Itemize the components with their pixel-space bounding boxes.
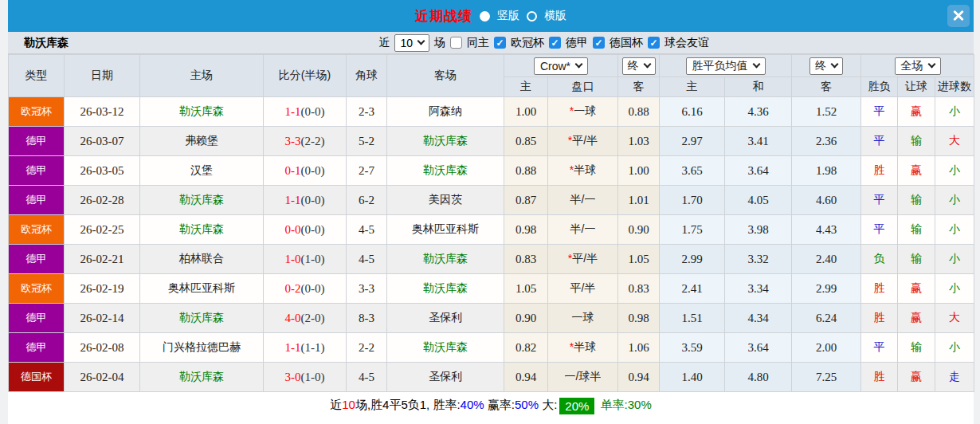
match-row: 德甲 26-02-28 勒沃库森 1-1(0-0) 6-2 美因茨 0.87 半… [9, 186, 974, 215]
away-odds: 1.01 [618, 186, 660, 215]
goals-result: 大 [935, 127, 974, 156]
match-date: 26-02-28 [65, 186, 140, 215]
corner-count: 8-3 [347, 304, 387, 333]
avg-state-select-cell: 终 [792, 55, 861, 77]
match-row: 欧冠杯 26-03-12 勒沃库森 1-1(0-0) 2-3 阿森纳 1.00 … [9, 97, 974, 127]
summary-segment: 30% [628, 398, 652, 411]
corner-count: 2-3 [347, 97, 387, 127]
handicap-cell: 半/一 [548, 186, 618, 215]
league-type-badge: 德甲 [9, 186, 65, 215]
summary-segment: 50% [515, 398, 539, 411]
league-checkbox-ucl[interactable]: ✓ [494, 37, 506, 49]
handicap-cell: *平/半 [548, 245, 618, 274]
handicap-result: 输 [898, 186, 935, 215]
odds-state-select[interactable]: 终 [622, 57, 656, 75]
win-draw-loss-result: 负 [861, 245, 898, 274]
score-cell: 1-0(1-0) [264, 245, 347, 274]
match-row: 德国杯 26-02-04 勒沃库森 3-0(1-0) 4-5 圣保利 0.94 … [9, 363, 974, 392]
games-label: 场 [434, 36, 445, 50]
page-title: 近期战绩 [415, 7, 472, 26]
win-draw-loss-result: 平 [861, 333, 898, 363]
col-header-away: 客场 [387, 55, 504, 97]
vertical-view-radio[interactable] [480, 11, 490, 22]
match-count-select[interactable]: 10 [394, 34, 429, 52]
away-odds: 1.00 [618, 156, 660, 186]
col-header-home: 主场 [140, 55, 264, 97]
avg-select[interactable]: 胜平负均值 [686, 57, 766, 75]
handicap-result: 输 [898, 215, 935, 245]
col-header-jq: 进球数 [935, 77, 974, 97]
bookmaker-select[interactable]: Crow* [534, 57, 588, 75]
half-score: (0-0) [301, 282, 325, 295]
vertical-view-label[interactable]: 竖版 [497, 9, 519, 23]
match-row: 德甲 26-02-08 门兴格拉德巴赫 1-1(1-1) 2-2 勒沃库森 0.… [9, 333, 974, 363]
avg-state-select[interactable]: 终 [809, 57, 843, 75]
away-odds: 1.06 [618, 333, 660, 363]
half-score: (2-0) [301, 312, 325, 324]
goals-result: 小 [935, 97, 974, 127]
avg-away-odds: 2.40 [792, 245, 861, 274]
summary-segment: 10 [342, 398, 355, 411]
league-type-badge: 德甲 [9, 127, 65, 156]
away-team: 勒沃库森 [387, 333, 504, 363]
league-checkbox-bundesliga[interactable]: ✓ [549, 37, 561, 49]
score-cell: 1-1(0-0) [264, 186, 347, 215]
match-date: 26-02-14 [65, 304, 140, 333]
league-label-ucl: 欧冠杯 [511, 36, 544, 50]
chevron-down-icon [643, 61, 651, 69]
league-checkbox-dfb-pokal[interactable]: ✓ [593, 37, 605, 49]
col-header-avg-draw: 和 [725, 77, 792, 97]
handicap-result: 输 [898, 127, 935, 156]
col-header-corner: 角球 [347, 55, 387, 97]
chevron-down-icon [927, 61, 935, 69]
horizontal-view-label[interactable]: 横版 [544, 9, 566, 23]
handicap-cell: *半球 [548, 156, 618, 186]
match-row: 德甲 26-02-21 柏林联合 1-0(1-0) 4-5 勒沃库森 0.83 … [9, 245, 974, 274]
col-header-handicap: 盘口 [548, 77, 618, 97]
avg-draw-odds: 4.80 [725, 363, 792, 392]
avg-away-odds: 2.00 [792, 333, 861, 363]
handicap-cell: *半球 [548, 333, 618, 363]
league-label-friendly: 球会友谊 [664, 36, 709, 50]
handicap-result: 赢 [898, 97, 935, 127]
handicap-result: 赢 [898, 156, 935, 186]
handicap-cell: 平/半 [548, 274, 618, 304]
away-team: 勒沃库森 [387, 127, 504, 156]
avg-draw-odds: 3.32 [725, 245, 792, 274]
match-row: 德甲 26-03-07 弗赖堡 3-3(2-2) 5-2 勒沃库森 0.85 *… [9, 127, 974, 156]
scope-select[interactable]: 全场 [895, 57, 941, 75]
corner-count: 2-2 [347, 333, 387, 363]
away-team: 美因茨 [387, 186, 504, 215]
match-date: 26-03-12 [65, 97, 140, 127]
corner-count: 6-2 [347, 186, 387, 215]
score-cell: 4-0(2-0) [264, 304, 347, 333]
avg-away-odds: 1.98 [792, 156, 861, 186]
same-home-checkbox[interactable] [450, 37, 462, 49]
col-header-odds-home: 主 [504, 77, 548, 97]
recent-results-panel: 近期战绩 竖版 横版 勒沃库森 近 10 场 同主 ✓ 欧冠杯 ✓ 德甲 ✓ 德… [8, 0, 974, 424]
handicap-result: 输 [898, 245, 935, 274]
match-row: 德甲 26-03-05 汉堡 0-1(0-0) 2-7 勒沃库森 0.88 *半… [9, 156, 974, 186]
summary-segment: 大: [539, 398, 557, 413]
avg-home-odds: 3.59 [660, 333, 725, 363]
horizontal-view-radio[interactable] [527, 11, 537, 22]
avg-draw-odds: 3.41 [725, 127, 792, 156]
goals-result: 小 [935, 245, 974, 274]
score-cell: 3-0(1-0) [264, 363, 347, 392]
full-score: 0-0 [285, 223, 301, 236]
match-row: 欧冠杯 26-02-19 奥林匹亚科斯 0-2(0-0) 3-3 勒沃库森 1.… [9, 274, 974, 304]
corner-count: 4-5 [347, 363, 387, 392]
avg-draw-odds: 4.36 [725, 97, 792, 127]
half-score: (1-1) [301, 341, 325, 354]
col-header-spf: 胜负 [861, 77, 898, 97]
handicap-value: 一球 [572, 311, 594, 324]
away-team: 勒沃库森 [387, 156, 504, 186]
avg-home-odds: 3.65 [660, 156, 725, 186]
chevron-down-icon [752, 61, 760, 69]
col-header-odds-away: 客 [618, 77, 660, 97]
home-team: 门兴格拉德巴赫 [140, 333, 264, 363]
handicap-cell: 半/一 [548, 215, 618, 245]
home-odds: 0.85 [504, 127, 548, 156]
league-checkbox-friendly[interactable]: ✓ [648, 37, 660, 49]
close-icon[interactable] [947, 5, 970, 27]
